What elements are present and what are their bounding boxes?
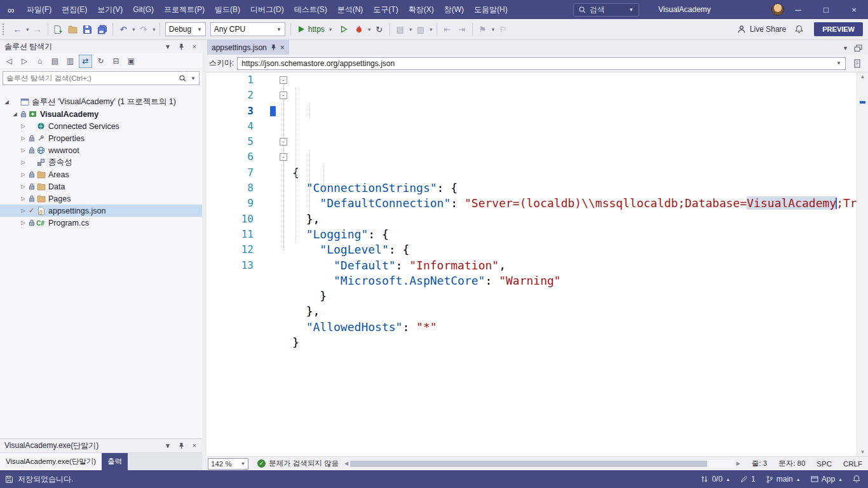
pin-tab-icon[interactable] — [271, 44, 276, 51]
menu-item[interactable]: 분석(N) — [332, 0, 369, 19]
bookmark-button[interactable]: ⚑ — [476, 22, 490, 37]
menu-item[interactable]: 프로젝트(P) — [159, 0, 210, 19]
undo-button[interactable]: ↶ — [116, 22, 130, 37]
float-window-icon[interactable] — [854, 44, 862, 52]
sync-active-icon[interactable]: ⇄ — [79, 55, 92, 68]
search-input[interactable] — [6, 74, 177, 82]
terminal-tab[interactable]: VisualAcademy.exe(단말기) — [0, 453, 102, 470]
menu-item[interactable]: Git(G) — [128, 0, 159, 19]
menu-item[interactable]: 편집(E) — [57, 0, 92, 19]
menu-item[interactable]: 테스트(S) — [289, 0, 332, 19]
window-menu-icon[interactable]: ▼ — [162, 41, 173, 53]
collapsed-icon[interactable]: ▷ — [19, 147, 27, 153]
minimize-button[interactable]: ─ — [784, 0, 812, 19]
collapsed-icon[interactable]: ▷ — [19, 184, 27, 189]
tree-item-appsettings-json[interactable]: ▷✓{}appsettings.json — [0, 205, 202, 217]
vertical-scrollbar[interactable]: ▲ ▼ — [857, 72, 868, 456]
git-branch-status[interactable]: main ▲ — [766, 475, 801, 484]
menu-item[interactable]: 도움말(H) — [469, 0, 513, 19]
search-icon[interactable] — [179, 75, 186, 82]
git-sync-status[interactable]: 0/0 ▲ — [700, 475, 730, 484]
code-map-dropdown-icon[interactable]: ▼ — [429, 27, 433, 32]
navigate-forward-button[interactable]: → — [31, 22, 44, 37]
scrollbar-thumb[interactable] — [350, 461, 707, 467]
vs-logo-icon[interactable]: ∞ — [0, 4, 22, 15]
scroll-down-icon[interactable]: ▼ — [857, 449, 868, 455]
scroll-up-icon[interactable]: ▲ — [857, 74, 868, 79]
tree-item-connected-services[interactable]: ▷Connected Services — [0, 120, 202, 132]
new-item-button[interactable] — [51, 22, 65, 37]
tree-item-wwwroot[interactable]: ▷wwwroot — [0, 144, 202, 156]
collapsed-icon[interactable]: ▷ — [19, 135, 27, 141]
user-avatar[interactable] — [771, 3, 784, 16]
close-panel-icon[interactable]: × — [189, 41, 200, 53]
fold-toggle-icon[interactable]: - — [280, 153, 287, 161]
forward-icon[interactable]: ▷ — [18, 55, 31, 68]
feedback-button[interactable] — [792, 22, 806, 37]
navigate-back-dropdown-icon[interactable]: ▼ — [25, 27, 30, 32]
navigate-back-button[interactable]: ← — [10, 22, 24, 37]
cursor-line-indicator[interactable]: 줄: 3 — [746, 459, 773, 468]
hot-reload-dropdown-icon[interactable]: ▼ — [367, 27, 372, 32]
editor-window-dropdown-icon[interactable]: ▼ — [409, 27, 413, 32]
live-share-button[interactable]: Live Share — [732, 25, 791, 34]
fold-toggle-icon[interactable]: - — [280, 92, 287, 99]
expanded-icon[interactable]: ◢ — [11, 111, 19, 117]
hot-reload-button[interactable] — [352, 22, 366, 37]
close-panel-icon[interactable]: × — [189, 440, 200, 452]
collapsed-icon[interactable]: ▷ — [19, 123, 27, 129]
collapsed-icon[interactable]: ▷ — [19, 196, 27, 201]
save-button[interactable] — [81, 22, 95, 37]
switch-views-icon[interactable]: ▤ — [48, 55, 62, 68]
fold-toggle-icon[interactable]: - — [280, 138, 287, 146]
preview-badge[interactable]: PREVIEW — [814, 22, 863, 36]
menu-item[interactable]: 보기(V) — [92, 0, 128, 19]
tree-item-properties[interactable]: ▷Properties — [0, 132, 202, 144]
open-file-button[interactable] — [66, 22, 80, 37]
editor-window-button[interactable]: ▤ — [393, 22, 407, 37]
menu-item[interactable]: 창(W) — [439, 0, 469, 19]
tree-item-pages[interactable]: ▷Pages — [0, 193, 202, 205]
fold-toggle-icon[interactable]: - — [280, 76, 287, 84]
menu-item[interactable]: 파일(F) — [22, 0, 57, 19]
menu-item[interactable]: 디버그(D) — [245, 0, 289, 19]
pending-edits-status[interactable]: 1 — [740, 475, 756, 484]
pin-icon[interactable] — [175, 440, 187, 452]
refresh-icon[interactable]: ↻ — [94, 55, 107, 68]
collapsed-icon[interactable]: ▷ — [19, 159, 27, 165]
code-editor[interactable]: 1-2-345-6-78910111213 { "ConnectionStrin… — [207, 72, 868, 456]
bookmark-dropdown-icon[interactable]: ▼ — [491, 27, 496, 32]
maximize-button[interactable]: □ — [812, 0, 840, 19]
start-debugging-button[interactable]: https ▼ — [294, 22, 337, 37]
bookmark-list-button[interactable]: ⚐ — [496, 22, 510, 37]
solution-explorer-search[interactable]: ▼ — [3, 71, 200, 85]
solution-platform-combo[interactable]: Any CPU ▼ — [210, 22, 285, 36]
horizontal-scrollbar[interactable]: ◀ ▶ — [342, 457, 742, 470]
close-tab-icon[interactable]: × — [280, 43, 285, 52]
tree-item-data[interactable]: ▷Data — [0, 180, 202, 193]
start-without-debugging-button[interactable] — [337, 22, 351, 37]
increase-indent-button[interactable]: ⇥ — [455, 22, 469, 37]
back-icon[interactable]: ◁ — [3, 55, 16, 68]
eol-indicator[interactable]: CRLF — [837, 460, 868, 468]
decrease-indent-button[interactable]: ⇤ — [440, 22, 454, 37]
expanded-icon[interactable]: ◢ — [3, 99, 11, 105]
toolbar-grip[interactable] — [3, 24, 6, 35]
solution-configuration-combo[interactable]: Debug ▼ — [165, 22, 206, 36]
close-button[interactable]: × — [840, 0, 868, 19]
titlebar-search[interactable]: 검색 ▼ — [573, 3, 639, 17]
tree-item-program-cs[interactable]: ▷C#Program.cs — [0, 217, 202, 229]
zoom-combo[interactable]: 142 % ▼ — [208, 458, 248, 470]
notifications-bell-icon[interactable] — [853, 475, 860, 484]
window-menu-icon[interactable]: ▼ — [162, 440, 173, 452]
preview-items-icon[interactable]: ▣ — [125, 55, 138, 68]
tab-appsettings-json[interactable]: appsettings.json × — [207, 40, 289, 55]
tab-list-icon[interactable]: ▼ — [843, 45, 848, 51]
tree-item-project-visualacademy[interactable]: ◢VisualAcademy — [0, 108, 202, 120]
scroll-left-icon[interactable]: ◀ — [342, 461, 350, 466]
save-all-button[interactable] — [95, 22, 109, 37]
scroll-right-icon[interactable]: ▶ — [735, 461, 742, 466]
code-map-button[interactable]: ▥ — [414, 22, 428, 37]
collapsed-icon[interactable]: ▷ — [19, 208, 27, 214]
undo-dropdown-icon[interactable]: ▼ — [132, 27, 136, 32]
